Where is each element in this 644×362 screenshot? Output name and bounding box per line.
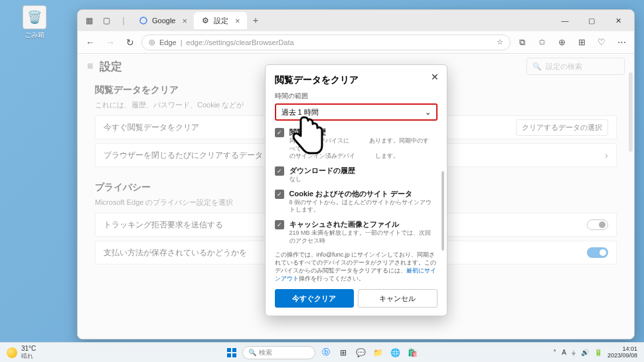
window-close[interactable]: ✕ bbox=[605, 11, 631, 30]
select-value: 過去 1 時間 bbox=[282, 107, 319, 117]
network-icon[interactable]: ⏚ bbox=[572, 349, 576, 356]
weather-temp: 31°C bbox=[21, 345, 36, 352]
tray-chevron-icon[interactable]: ˄ bbox=[553, 349, 556, 356]
taskbar-center: 🔍検索 ⓑ ⊞ 💬 📁 🌐 🛍️ bbox=[225, 346, 419, 359]
svg-rect-4 bbox=[232, 353, 236, 357]
desktop-recycle-bin[interactable]: 🗑️ ごみ箱 bbox=[19, 5, 50, 40]
copilot-icon[interactable]: ⓑ bbox=[319, 346, 333, 359]
dialog-scrollbar[interactable] bbox=[442, 171, 444, 251]
dialog-close-button[interactable]: ✕ bbox=[428, 70, 442, 84]
tab-sep: | bbox=[116, 13, 131, 28]
refresh-button[interactable]: ↻ bbox=[121, 34, 139, 51]
clear-data-dialog: ✕ 閲覧データをクリア 時間の範囲 過去 1 時間 ⌄ ✓ 閲覧の履歴 同期され… bbox=[265, 64, 447, 316]
ime-indicator[interactable]: A bbox=[562, 349, 566, 356]
taskbar-search[interactable]: 🔍検索 bbox=[242, 346, 315, 359]
time-range-label: 時間の範囲 bbox=[275, 91, 438, 101]
clock-date: 2023/09/08 bbox=[607, 353, 637, 359]
svg-point-0 bbox=[140, 17, 147, 24]
item-title: ダウンロードの履歴 bbox=[289, 166, 432, 176]
chat-icon[interactable]: 💬 bbox=[354, 346, 367, 359]
vertical-tabs-icon[interactable]: ▢ bbox=[99, 13, 114, 28]
tab-label: 設定 bbox=[214, 16, 228, 26]
dialog-note: この操作では、info@func.jp にサインインしており、同期されているすべ… bbox=[275, 251, 438, 283]
tab-close-icon[interactable]: × bbox=[182, 16, 187, 26]
item-title: Cookie およびその他のサイト データ bbox=[289, 189, 432, 199]
new-tab-button[interactable]: ＋ bbox=[247, 12, 264, 29]
url-text: edge://settings/clearBrowserData bbox=[187, 38, 294, 46]
split-screen-icon[interactable]: ⧉ bbox=[513, 34, 530, 51]
checkbox-item-downloads[interactable]: ✓ ダウンロードの履歴 なし bbox=[275, 166, 438, 184]
health-icon[interactable]: ♡ bbox=[593, 34, 610, 51]
gear-icon: ⚙ bbox=[201, 16, 210, 25]
tab-label: Google bbox=[152, 17, 175, 25]
taskbar-clock[interactable]: 14:01 2023/09/08 bbox=[607, 346, 637, 359]
checkbox-item-browsing[interactable]: ✓ 閲覧の履歴 同期されたデバイスに あります。同期中のすべてのサインイン済みデ… bbox=[275, 127, 438, 160]
search-placeholder: 検索 bbox=[259, 348, 272, 357]
checkbox-checked-icon[interactable]: ✓ bbox=[275, 190, 284, 199]
window-maximize[interactable]: ▢ bbox=[578, 11, 605, 30]
sun-icon bbox=[7, 347, 17, 358]
volume-icon[interactable]: 🔊 bbox=[581, 349, 589, 356]
favorites-icon[interactable]: ✩ bbox=[533, 34, 550, 51]
tab-close-icon[interactable]: × bbox=[235, 16, 240, 26]
svg-rect-2 bbox=[232, 348, 236, 352]
address-bar: ← → ↻ ◎ Edge | edge://settings/clearBrow… bbox=[78, 31, 634, 54]
system-tray: ˄ A ⏚ 🔊 🔋 14:01 2023/09/08 bbox=[553, 346, 637, 359]
clear-now-button[interactable]: 今すぐクリア bbox=[275, 289, 355, 308]
tab-actions-icon[interactable]: ▦ bbox=[82, 13, 96, 28]
titlebar: ▦ ▢ | Google × ⚙ 設定 × ＋ — ▢ ✕ bbox=[78, 10, 634, 31]
store-icon[interactable]: 🛍️ bbox=[406, 346, 419, 359]
weather-cond: 晴れ bbox=[21, 352, 36, 361]
collections-icon[interactable]: ⊕ bbox=[553, 34, 570, 51]
page-content: ≡ 設定 🔍 設定の検索 閲覧データをクリア これには、履歴、パスワード、Coo… bbox=[78, 54, 634, 339]
edge-icon: ◎ bbox=[149, 38, 155, 46]
url-sep: | bbox=[181, 38, 183, 46]
checkbox-checked-icon[interactable]: ✓ bbox=[275, 220, 284, 229]
recycle-bin-icon: 🗑️ bbox=[23, 5, 46, 29]
item-sub: なし bbox=[289, 176, 432, 184]
checkbox-item-cookies[interactable]: ✓ Cookie およびその他のサイト データ 8 個のサイトから。ほとんどのサ… bbox=[275, 189, 438, 214]
edge-window: ▦ ▢ | Google × ⚙ 設定 × ＋ — ▢ ✕ ← → ↻ ◎ Ed… bbox=[77, 9, 635, 339]
url-input[interactable]: ◎ Edge | edge://settings/clearBrowserDat… bbox=[141, 34, 511, 50]
checkbox-item-cache[interactable]: ✓ キャッシュされた画像とファイル 219 MB 未満を解放します。一部のサイト… bbox=[275, 219, 438, 245]
cancel-button[interactable]: キャンセル bbox=[358, 289, 438, 308]
window-minimize[interactable]: — bbox=[552, 11, 578, 30]
tab-settings[interactable]: ⚙ 設定 × bbox=[194, 12, 247, 29]
extensions-icon[interactable]: ⊞ bbox=[573, 34, 590, 51]
taskbar: 31°C 晴れ 🔍検索 ⓑ ⊞ 💬 📁 🌐 🛍️ ˄ A ⏚ 🔊 🔋 14:01… bbox=[0, 342, 644, 362]
svg-rect-1 bbox=[227, 348, 231, 352]
recycle-bin-label: ごみ箱 bbox=[25, 30, 44, 40]
time-range-select[interactable]: 過去 1 時間 ⌄ bbox=[275, 103, 438, 121]
menu-dots-icon[interactable]: ⋯ bbox=[613, 34, 630, 51]
back-button[interactable]: ← bbox=[82, 34, 99, 51]
svg-rect-3 bbox=[227, 353, 231, 357]
taskbar-weather[interactable]: 31°C 晴れ bbox=[7, 345, 36, 361]
item-sub: 219 MB 未満を解放します。一部のサイトでは、次回のアクセス時 bbox=[289, 229, 432, 245]
dialog-overlay: ✕ 閲覧データをクリア 時間の範囲 過去 1 時間 ⌄ ✓ 閲覧の履歴 同期され… bbox=[78, 54, 634, 339]
search-icon: 🔍 bbox=[248, 349, 256, 356]
explorer-icon[interactable]: 📁 bbox=[371, 346, 384, 359]
item-sub: 同期されたデバイスに あります。同期中のすべてのサインイン済みデバイ します。 bbox=[289, 137, 432, 160]
tab-google[interactable]: Google × bbox=[132, 12, 194, 29]
favorite-star-icon[interactable]: ☆ bbox=[497, 38, 503, 46]
item-sub: 8 個のサイトから。ほとんどのサイトからサインアウトします。 bbox=[289, 199, 432, 214]
checkbox-checked-icon[interactable]: ✓ bbox=[275, 128, 284, 137]
battery-icon[interactable]: 🔋 bbox=[594, 349, 602, 356]
dialog-title: 閲覧データをクリア bbox=[275, 74, 438, 86]
chevron-down-icon: ⌄ bbox=[425, 108, 431, 117]
google-icon bbox=[139, 16, 148, 25]
checkbox-checked-icon[interactable]: ✓ bbox=[275, 166, 284, 176]
url-scheme: Edge bbox=[159, 38, 177, 46]
edge-icon[interactable]: 🌐 bbox=[388, 346, 402, 359]
start-button[interactable] bbox=[225, 346, 238, 359]
taskview-icon[interactable]: ⊞ bbox=[337, 346, 350, 359]
item-title: キャッシュされた画像とファイル bbox=[289, 219, 432, 229]
item-title: 閲覧の履歴 bbox=[289, 127, 432, 137]
forward-button: → bbox=[102, 34, 119, 51]
